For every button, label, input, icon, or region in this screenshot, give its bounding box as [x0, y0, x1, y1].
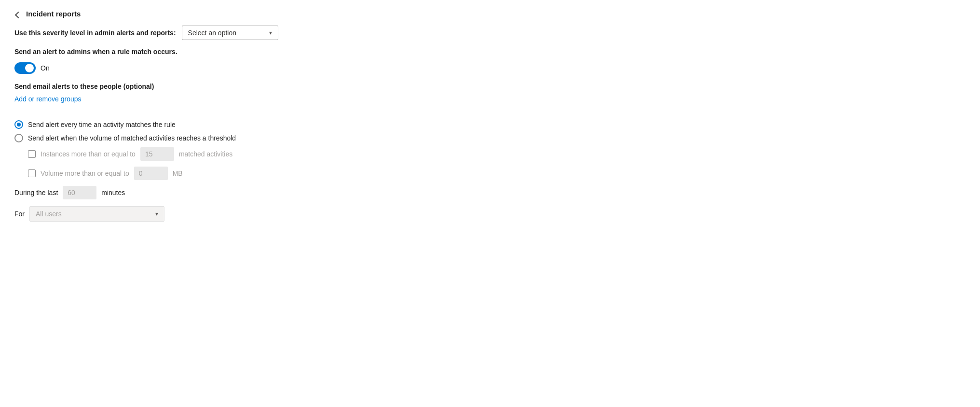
alert-label: Send an alert to admins when a rule matc… [14, 48, 966, 56]
severity-dropdown-chevron: ▾ [269, 29, 272, 36]
severity-row: Use this severity level in admin alerts … [14, 26, 966, 40]
minutes-label: minutes [101, 189, 125, 196]
email-section-label: Send email alerts to these people (optio… [14, 83, 966, 90]
for-dropdown-chevron: ▾ [155, 211, 158, 217]
instances-input[interactable] [140, 147, 174, 161]
toggle-track [14, 62, 36, 74]
radio-group: Send alert every time an activity matche… [14, 120, 966, 180]
during-input[interactable] [63, 186, 96, 199]
during-row: During the last minutes [14, 186, 966, 199]
instances-row: Instances more than or equal to matched … [28, 147, 966, 161]
instances-label: Instances more than or equal to [41, 150, 136, 158]
section-title: Incident reports [26, 10, 81, 18]
for-dropdown-value: All users [36, 210, 62, 218]
for-label: For [14, 210, 25, 218]
instances-checkbox[interactable] [28, 150, 36, 158]
add-remove-groups-link[interactable]: Add or remove groups [14, 95, 82, 103]
severity-dropdown-value: Select an option [188, 29, 236, 37]
during-label: During the last [14, 189, 58, 196]
radio-option-every-time[interactable]: Send alert every time an activity matche… [14, 120, 966, 129]
volume-input[interactable] [134, 167, 168, 180]
incident-reports-section: Incident reports Use this severity level… [14, 10, 966, 222]
sub-options: Instances more than or equal to matched … [28, 147, 966, 180]
for-row: For All users ▾ [14, 206, 966, 222]
collapse-icon[interactable] [14, 10, 22, 18]
toggle-thumb [25, 64, 34, 72]
toggle-label: On [41, 64, 50, 72]
volume-unit: MB [173, 169, 183, 177]
severity-dropdown[interactable]: Select an option ▾ [182, 26, 278, 40]
toggle-row: On [14, 62, 966, 74]
severity-label: Use this severity level in admin alerts … [14, 29, 176, 37]
radio-threshold-circle[interactable] [14, 134, 23, 142]
radio-every-time-label: Send alert every time an activity matche… [28, 121, 176, 128]
instances-unit: matched activities [179, 150, 232, 158]
radio-option-threshold[interactable]: Send alert when the volume of matched ac… [14, 134, 966, 142]
section-header: Incident reports [14, 10, 966, 18]
volume-label: Volume more than or equal to [41, 169, 129, 177]
for-dropdown[interactable]: All users ▾ [29, 206, 164, 222]
radio-every-time-circle[interactable] [14, 120, 23, 129]
radio-threshold-label: Send alert when the volume of matched ac… [28, 134, 236, 142]
volume-row: Volume more than or equal to MB [28, 167, 966, 180]
volume-checkbox[interactable] [28, 169, 36, 177]
alert-toggle[interactable] [14, 62, 36, 74]
